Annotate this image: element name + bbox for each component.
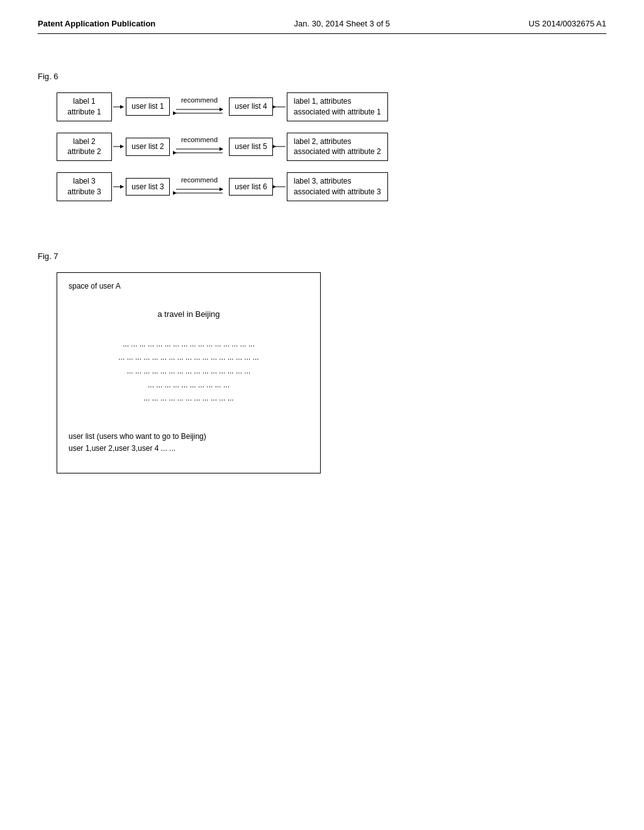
arrow-right-1 — [112, 101, 126, 113]
fig6-row3: label 3attribute 3 user list 3 recommend — [57, 172, 547, 201]
fig7-travel-title: a travel in Beijing — [69, 309, 309, 319]
header-left: Patent Application Publication — [38, 19, 155, 28]
fig6-row2-bidir-arrow — [171, 145, 228, 157]
fig6-row3-userlist-right: user list 6 — [229, 178, 273, 196]
fig6-row1: label 1attribute 1 user list 1 recommend — [57, 92, 547, 121]
fig6-row2-label-box: label 2attribute 2 — [57, 133, 112, 162]
fig6-row2-userlist-right: user list 5 — [229, 138, 273, 156]
fig6-row3-bidir-arrow — [171, 185, 228, 197]
header-right: US 2014/0032675 A1 — [528, 19, 606, 28]
fig6-row3-arrow-container: recommend — [171, 176, 228, 197]
fig6-row1-userlist-right: user list 4 — [229, 97, 273, 116]
fig6-row2-recommend: recommend — [181, 136, 218, 143]
fig6-row1-arrow-container: recommend — [171, 96, 228, 118]
fig6-row2-userlist-left: user list 2 — [126, 138, 170, 156]
fig6-row2-attr-box: label 2, attributesassociated with attri… — [287, 133, 388, 162]
arrow-right-2 — [112, 140, 126, 153]
fig6-row2-arrow-container: recommend — [171, 136, 228, 157]
fig7-dots-section: ... ... ... ... ... ... ... ... ... ... … — [69, 338, 309, 406]
fig6-section: Fig. 6 label 1attribute 1 user list 1 re… — [38, 72, 606, 201]
fig6-row3-recommend: recommend — [181, 176, 218, 184]
fig7-dots-line5: ... ... ... ... ... ... ... ... ... ... … — [69, 392, 309, 406]
fig7-user-list-section: user list (users who want to go to Beiji… — [69, 431, 309, 455]
fig7-user-list-members: user 1,user 2,user 3,user 4 ... ... — [69, 443, 309, 455]
fig6-row1-attr-box: label 1, attributesassociated with attri… — [287, 92, 388, 121]
fig6-row2: label 2attribute 2 user list 2 recommend — [57, 133, 547, 162]
fig6-row3-label-box: label 3attribute 3 — [57, 172, 112, 201]
fig6-row3-attr-box: label 3, attributesassociated with attri… — [287, 172, 388, 201]
arrow-right-3 — [112, 180, 126, 193]
fig6-row1-label-box: label 1attribute 1 — [57, 92, 112, 121]
fig6-row1-recommend: recommend — [181, 96, 218, 104]
fig7-dots-line3: ... ... ... ... ... ... ... ... ... ... … — [69, 365, 309, 379]
fig6-row1-userlist-left: user list 1 — [126, 97, 170, 116]
fig7-space-title: space of user A — [69, 282, 309, 290]
fig6-label: Fig. 6 — [38, 72, 606, 81]
arrow-left-3 — [273, 180, 287, 193]
fig6-row1-bidir-arrow — [171, 105, 228, 118]
fig7-dots-line4: ... ... ... ... ... ... ... ... ... ... — [69, 379, 309, 392]
header: Patent Application Publication Jan. 30, … — [38, 19, 606, 34]
fig6-row3-userlist-left: user list 3 — [126, 178, 170, 196]
fig6-diagram: label 1attribute 1 user list 1 recommend — [57, 92, 547, 201]
fig7-user-list-label: user list (users who want to go to Beiji… — [69, 431, 309, 443]
fig7-dots-line2: ... ... ... ... ... ... ... ... ... ... … — [69, 351, 309, 365]
fig7-space-box: space of user A a travel in Beijing ... … — [57, 272, 321, 473]
arrow-left-2 — [273, 140, 287, 153]
page: Patent Application Publication Jan. 30, … — [0, 0, 644, 830]
arrow-left-1 — [273, 101, 287, 113]
fig7-label: Fig. 7 — [38, 252, 606, 261]
fig7-section: Fig. 7 space of user A a travel in Beiji… — [38, 252, 606, 473]
header-center: Jan. 30, 2014 Sheet 3 of 5 — [294, 19, 391, 28]
fig7-dots-line1: ... ... ... ... ... ... ... ... ... ... … — [69, 338, 309, 351]
